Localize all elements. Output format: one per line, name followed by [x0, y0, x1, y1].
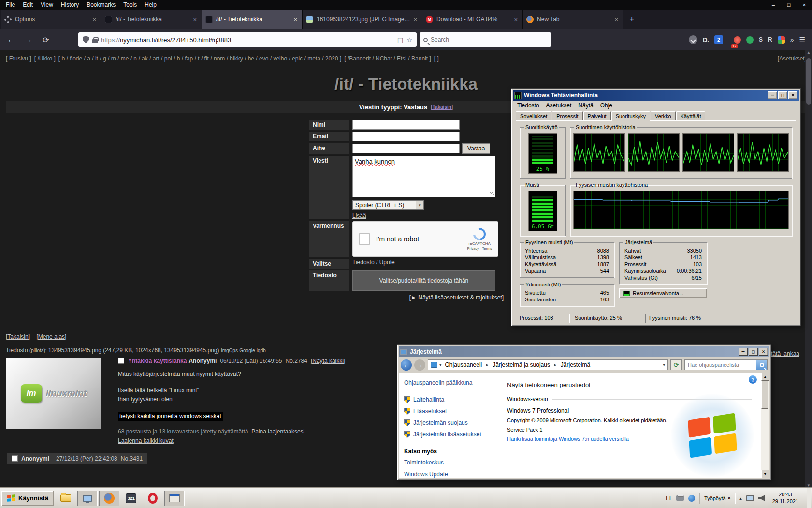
close-button[interactable]: ×	[788, 91, 798, 99]
sidebar-task-link[interactable]: Järjestelmän suojaus	[404, 417, 493, 429]
form-back-link[interactable]: [Takaisin]	[431, 105, 453, 110]
breadcrumb-control-panel[interactable]: Ohjauspaneeli	[444, 361, 484, 368]
minimize-button[interactable]: –	[768, 91, 777, 99]
tab-mega-download[interactable]: M Download - MEGA 84% ×	[422, 10, 523, 29]
name-field[interactable]	[352, 120, 460, 130]
taskbar-explorer-button[interactable]	[56, 491, 76, 506]
board-link[interactable]: hikky	[225, 55, 243, 62]
hamburger-menu-icon[interactable]: ☰	[799, 36, 805, 44]
menu-item[interactable]: Näytä	[575, 102, 596, 109]
extensions-grid-icon[interactable]	[778, 36, 785, 44]
file-dropzone[interactable]: Valitse/pudota/liitä tiedostoja tähän	[352, 270, 495, 291]
taskbar-mpc-button[interactable]: 321	[121, 491, 141, 506]
menu-item[interactable]: Tiedosto	[514, 102, 543, 109]
back-button[interactable]: ←	[4, 32, 18, 47]
tab-services[interactable]: Palvelut	[583, 111, 611, 120]
board-link[interactable]: m	[106, 55, 116, 62]
tab-close-icon[interactable]: ×	[512, 16, 519, 23]
recaptcha-legal[interactable]: Privacy - Terms	[467, 246, 492, 251]
scrollbar-thumb[interactable]	[806, 58, 811, 105]
forward-button[interactable]: →	[21, 32, 36, 47]
post-checkbox[interactable]	[12, 455, 18, 462]
start-button[interactable]: Käynnistä	[1, 491, 54, 506]
maximize-button[interactable]: □	[749, 348, 758, 356]
tab-applications[interactable]: Sovellukset	[516, 111, 551, 120]
board-link[interactable]: ak	[137, 55, 148, 62]
advanced-settings-link[interactable]: [► Näytä lisäasetukset & rajoitukset]	[409, 294, 504, 301]
board-link[interactable]: evo	[254, 55, 268, 62]
breadcrumb-system[interactable]: Järjestelmä	[559, 361, 592, 368]
tray-app-icon[interactable]	[688, 495, 695, 502]
post-thumbnail[interactable]: lm linuxmint	[6, 358, 102, 429]
board-link[interactable]: art	[148, 55, 160, 62]
bookmark-star-icon[interactable]: ☆	[406, 36, 412, 44]
breadcrumb[interactable]: ▾ Ohjauspaneeli ► Järjestelmä ja suojaus…	[428, 359, 668, 370]
message-textarea[interactable]: Vanha kunnon	[352, 156, 495, 197]
control-panel-home-link[interactable]: Ohjauspaneelin pääikkuna	[404, 379, 493, 386]
post-checkbox[interactable]	[118, 358, 124, 364]
tab-close-icon[interactable]: ×	[191, 16, 198, 23]
control-panel-search[interactable]: Hae ohjauspaneelista	[684, 359, 768, 370]
board-link[interactable]: epic	[287, 55, 303, 62]
tracking-shield-icon[interactable]	[83, 36, 89, 44]
close-button[interactable]: ×	[759, 348, 768, 356]
show-hidden-icons[interactable]: ▴	[740, 496, 742, 501]
show-desktop-button[interactable]	[807, 488, 811, 508]
iqdb-link[interactable]: iqdb	[257, 348, 266, 353]
board-link[interactable]: h	[172, 55, 180, 62]
file-name-link[interactable]: 1349531394945.png	[48, 347, 102, 354]
scroll-up-icon[interactable]: ▲	[761, 373, 769, 381]
restore-button[interactable]: □	[781, 0, 797, 10]
board-link[interactable]: Etsi	[392, 55, 406, 62]
scrollbar-thumb[interactable]	[761, 381, 768, 409]
tab-performance[interactable]: Suorituskyky	[611, 111, 650, 121]
settings-link[interactable]: [Asetukset]	[778, 55, 806, 62]
tab-close-icon[interactable]: ×	[412, 16, 419, 23]
menubar-item[interactable]: View	[37, 0, 57, 9]
reply-submit-button[interactable]: Vastaa	[462, 143, 490, 154]
pocket-icon[interactable]	[689, 35, 697, 44]
minimize-button[interactable]: –	[739, 348, 748, 356]
get-more-features-link[interactable]: Hanki lisää toimintoja Windows 7:n uudel…	[507, 436, 629, 442]
search-button[interactable]	[756, 360, 767, 370]
chevron-down-icon[interactable]: ▾	[663, 362, 665, 367]
email-field[interactable]	[352, 132, 460, 141]
sidebar-task-link[interactable]: Laitehallinta	[404, 394, 493, 405]
tab-networking[interactable]: Verkko	[651, 111, 676, 120]
expand-all-images-link[interactable]: Laajenna kaikki kuvat	[118, 437, 174, 444]
keyboard-language-indicator[interactable]: FI	[665, 495, 672, 502]
see-also-link[interactable]: Toimintokeskus	[404, 457, 493, 468]
board-link[interactable]: g	[98, 55, 106, 62]
scroll-up-icon[interactable]: ▲	[807, 50, 811, 55]
board-link[interactable]: Etusivu	[9, 55, 28, 62]
menubar-item[interactable]: File	[2, 0, 19, 9]
refresh-icon[interactable]: ⟳	[670, 359, 682, 370]
overflow-chevron-icon[interactable]: »	[790, 36, 794, 44]
reply-to-thread-link[interactable]: tätä lankaa	[771, 350, 799, 357]
extension-d-icon[interactable]: D.	[703, 36, 709, 44]
taskbar-opera-button[interactable]	[143, 491, 163, 506]
menu-item[interactable]: Ohje	[597, 102, 616, 109]
tab-close-icon[interactable]: ×	[292, 16, 299, 23]
system-scrollbar[interactable]: ▲ ▼	[761, 373, 769, 478]
search-bar[interactable]	[420, 32, 551, 47]
menubar-item[interactable]: History	[57, 0, 83, 9]
board-link[interactable]: nom	[209, 55, 225, 62]
go-down-link[interactable]: [Mene alas]	[36, 333, 66, 340]
back-button[interactable]: ←	[401, 359, 412, 371]
taskbar-firefox-button[interactable]	[99, 491, 119, 506]
board-link[interactable]: me	[116, 55, 129, 62]
board-link[interactable]: t	[193, 55, 199, 62]
extension-r-icon[interactable]: R	[768, 36, 772, 43]
board-link[interactable]: fap	[180, 55, 193, 62]
menubar-item[interactable]: Edit	[19, 0, 37, 9]
sidebar-task-link[interactable]: Järjestelmän lisäasetukset	[404, 429, 493, 440]
tab-close-icon[interactable]: ×	[613, 16, 620, 23]
board-link[interactable]: fit	[200, 55, 209, 62]
chevron-right-icon[interactable]: »	[728, 495, 731, 501]
tab-options[interactable]: Options ×	[1, 10, 102, 29]
tab-close-icon[interactable]: ×	[91, 16, 98, 23]
board-link[interactable]: 2020	[320, 55, 338, 62]
file-upload-link[interactable]: Tiedosto	[352, 259, 375, 266]
google-link[interactable]: Google	[239, 348, 255, 353]
